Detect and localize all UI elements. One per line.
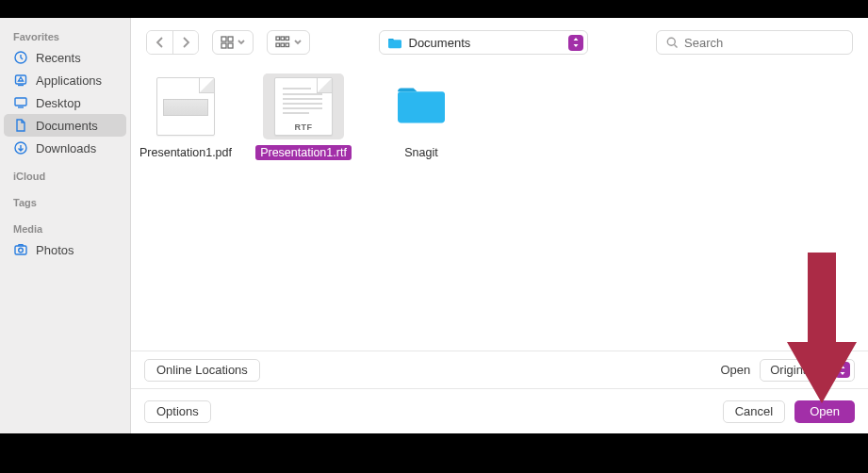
sidebar-item-applications[interactable]: Applications	[4, 69, 126, 91]
search-icon	[666, 37, 679, 49]
applications-icon	[13, 73, 28, 88]
sidebar-item-label: Downloads	[36, 141, 96, 155]
open-button[interactable]: Open	[794, 400, 855, 423]
clock-icon	[13, 50, 28, 65]
cancel-button[interactable]: Cancel	[723, 400, 785, 423]
documents-icon	[13, 118, 28, 133]
sidebar-item-label: Photos	[36, 243, 74, 257]
sidebar-section-media: Media	[0, 221, 130, 238]
location-label: Documents	[409, 36, 562, 50]
svg-rect-11	[281, 37, 285, 41]
file-item-presentation1-rtf[interactable]: RTF Presentation1.rtf	[256, 73, 351, 160]
file-item-presentation1-pdf[interactable]: Presentation1.pdf	[139, 73, 233, 160]
open-mode-label: Open	[720, 363, 750, 377]
svg-rect-9	[228, 43, 233, 48]
sidebar-item-label: Desktop	[36, 96, 81, 110]
sidebar-item-label: Applications	[36, 73, 102, 88]
folder-icon	[393, 83, 450, 130]
rtf-thumbnail: RTF	[274, 77, 333, 136]
svg-point-16	[667, 38, 675, 45]
svg-rect-12	[286, 37, 289, 41]
main-panel: Documents	[131, 18, 868, 433]
search-field[interactable]	[656, 30, 853, 55]
back-button[interactable]	[147, 31, 172, 54]
svg-rect-10	[276, 37, 280, 41]
desktop-icon	[13, 95, 28, 110]
folder-icon	[387, 37, 402, 49]
file-grid[interactable]: Presentation1.pdf RTF	[131, 64, 868, 351]
svg-rect-4	[15, 246, 26, 254]
svg-rect-8	[221, 43, 226, 48]
sidebar-item-label: Documents	[36, 119, 98, 133]
downloads-icon	[13, 140, 28, 155]
chevron-down-icon	[237, 39, 245, 46]
chevron-down-icon	[294, 39, 302, 46]
file-label: Presentation1.pdf	[135, 145, 237, 160]
sidebar-item-desktop[interactable]: Desktop	[4, 91, 126, 114]
sidebar-item-photos[interactable]: Photos	[4, 238, 126, 261]
toolbar: Documents	[131, 18, 868, 64]
updown-arrows-icon	[835, 362, 850, 378]
search-input[interactable]	[684, 36, 843, 50]
open-mode-value: Original	[770, 363, 812, 377]
location-popup[interactable]: Documents	[379, 30, 588, 55]
svg-rect-6	[221, 37, 226, 41]
sidebar: Favorites Recents Applications Desktop	[0, 18, 131, 433]
forward-button[interactable]	[172, 31, 198, 54]
sidebar-item-recents[interactable]: Recents	[4, 46, 126, 69]
svg-rect-14	[281, 43, 285, 47]
nav-back-forward	[146, 30, 199, 55]
sidebar-section-icloud: iCloud	[0, 169, 130, 186]
sidebar-item-documents[interactable]: Documents	[4, 114, 126, 137]
svg-rect-13	[276, 43, 280, 47]
sidebar-section-tags: Tags	[0, 195, 130, 212]
file-item-snagit-folder[interactable]: Snagit	[374, 73, 468, 160]
svg-rect-2	[15, 98, 26, 106]
sidebar-section-favorites: Favorites	[0, 29, 130, 46]
action-bar: Options Cancel Open	[131, 388, 868, 433]
sidebar-item-label: Recents	[36, 51, 81, 65]
view-icons-button[interactable]	[212, 30, 254, 55]
online-locations-button[interactable]: Online Locations	[144, 359, 260, 382]
options-bar: Online Locations Open Original	[131, 351, 868, 388]
file-label: Snagit	[400, 145, 442, 160]
options-button[interactable]: Options	[144, 400, 211, 423]
svg-point-5	[19, 248, 24, 253]
group-by-button[interactable]	[267, 30, 310, 55]
open-dialog: Favorites Recents Applications Desktop	[0, 18, 868, 433]
open-mode-select[interactable]: Original	[760, 359, 855, 382]
svg-rect-7	[228, 37, 233, 41]
file-label: Presentation1.rtf	[255, 145, 352, 160]
pdf-thumbnail	[156, 77, 215, 136]
photos-icon	[13, 242, 28, 257]
svg-rect-15	[286, 43, 289, 47]
updown-arrows-icon	[568, 35, 583, 51]
sidebar-item-downloads[interactable]: Downloads	[4, 137, 126, 159]
